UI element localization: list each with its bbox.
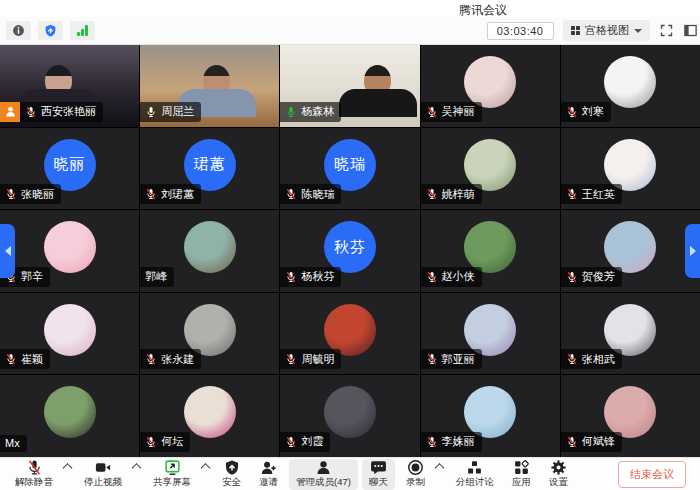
participant-name-tag: 吴神丽 [421,102,482,122]
participant-name-tag: 西安张艳丽 [0,102,103,122]
participant-tile[interactable]: 晓瑞 陈晓瑞 [280,128,419,210]
control-label: 安全 [222,476,241,489]
share-screen-icon [164,459,181,475]
mic-status-icon [566,188,578,200]
network-signal-icon[interactable] [70,21,95,40]
participant-tile[interactable]: 周屈兰 [140,45,279,127]
chat-icon [370,459,387,475]
participant-tile[interactable]: 郭辛 [0,210,139,292]
participant-tile[interactable]: 张相武 [561,293,700,375]
participant-tile[interactable]: 姚梓萌 [421,128,560,210]
view-mode-button[interactable]: 宫格视图 [563,20,651,41]
participant-tile[interactable]: 何坛 [140,375,279,457]
invite-button[interactable]: 邀请 [252,459,285,490]
next-page-arrow[interactable] [685,224,700,278]
control-label: 录制 [406,476,425,489]
host-person-icon [4,105,17,118]
signal-bars-icon [77,25,88,36]
participant-name: 张晓丽 [21,187,54,202]
participant-tile[interactable]: 李姝丽 [421,375,560,457]
participant-name-tag: 李姝丽 [421,432,482,452]
expand-options-caret[interactable] [132,463,142,473]
apps-button[interactable]: 应用 [505,459,538,490]
host-badge [0,102,20,122]
participant-avatar [464,56,516,108]
share-screen-button[interactable]: 共享屏幕 [146,459,198,490]
participant-avatar [324,304,376,356]
participant-avatar: 晓丽 [44,139,96,191]
fullscreen-icon[interactable] [659,23,674,38]
chat-button[interactable]: 聊天 [362,459,395,490]
arrow-left-icon [5,246,11,256]
shield-button[interactable]: 安全 [215,459,248,490]
participant-name: 何坛 [161,434,183,449]
participant-name-tag: 张相武 [561,349,622,369]
participant-name: 西安张艳丽 [41,104,96,119]
arrow-right-icon [690,246,696,256]
participant-avatar [604,56,656,108]
participant-name-tag: 王红英 [561,184,622,204]
control-label: 管理成员(47) [296,476,351,489]
control-label: 设置 [549,476,568,489]
expand-options-caret[interactable] [434,463,444,473]
previous-page-arrow[interactable] [0,224,15,278]
participant-tile[interactable]: 赵小侠 [421,210,560,292]
participant-tile[interactable]: 贺俊芳 [561,210,700,292]
mic-status-icon [426,106,438,118]
participant-name-tag: 周屈兰 [140,102,201,122]
participant-tile[interactable]: Mx [0,375,139,457]
control-label: 停止视频 [84,476,122,489]
sidebar-layout-icon[interactable] [683,23,698,38]
control-label: 聊天 [369,476,388,489]
security-shield-icon[interactable] [38,21,63,40]
participant-avatar [604,221,656,273]
mic-status-icon [426,271,438,283]
mic-status-icon [25,106,37,118]
participant-tile[interactable]: 郭亚丽 [421,293,560,375]
participant-tile[interactable]: 杨森林 [280,45,419,127]
participant-tile[interactable]: 珺蕙 刘珺蕙 [140,128,279,210]
participant-name: 陈晓瑞 [301,187,334,202]
participant-tile[interactable]: 秋芬 杨秋芬 [280,210,419,292]
participant-tile[interactable]: 吴神丽 [421,45,560,127]
participant-avatar [324,386,376,438]
meeting-grid-area: 西安张艳丽 周屈兰 杨森林 吴神丽 刘寒晓丽 张晓丽珺蕙 刘珺蕙晓瑞 [0,45,700,457]
record-button[interactable]: 录制 [399,459,432,490]
mic-status-icon [285,353,297,365]
participant-tile[interactable]: 刘霞 [280,375,419,457]
breakout-button[interactable]: 分组讨论 [449,459,501,490]
camera-button[interactable]: 停止视频 [77,459,129,490]
participant-name: 何斌锋 [582,434,615,449]
mic-muted-icon [26,459,43,475]
participant-tile[interactable]: 周毓明 [280,293,419,375]
participant-name-tag: 郭峰 [140,267,174,287]
expand-options-caret[interactable] [201,463,211,473]
mic-muted-button[interactable]: 解除静音 [8,459,60,490]
control-label: 应用 [512,476,531,489]
shield-icon-glyph [44,24,57,37]
participant-tile[interactable]: 晓丽 张晓丽 [0,128,139,210]
mic-status-icon [566,353,578,365]
members-icon [315,459,332,475]
participant-tile[interactable]: 崔颖 [0,293,139,375]
participant-name-tag: 何坛 [140,432,190,452]
expand-options-caret[interactable] [63,463,73,473]
participant-name: 刘寒 [582,104,604,119]
participant-tile[interactable]: 郭峰 [140,210,279,292]
mic-status-icon [145,436,157,448]
participant-name: 杨森林 [301,104,334,119]
participant-avatar [604,304,656,356]
participant-name: 崔颖 [21,352,43,367]
info-icon[interactable] [6,21,31,40]
participant-tile[interactable]: 张永建 [140,293,279,375]
settings-button[interactable]: 设置 [542,459,575,490]
participant-tile[interactable]: 西安张艳丽 [0,45,139,127]
members-button[interactable]: 管理成员(47) [289,459,358,490]
end-meeting-button[interactable]: 结束会议 [618,461,686,488]
participant-tile[interactable]: 王红英 [561,128,700,210]
participant-tile[interactable]: 何斌锋 [561,375,700,457]
participant-avatar [44,386,96,438]
participant-name: 王红英 [582,187,615,202]
participant-tile[interactable]: 刘寒 [561,45,700,127]
participant-avatar: 晓瑞 [324,139,376,191]
